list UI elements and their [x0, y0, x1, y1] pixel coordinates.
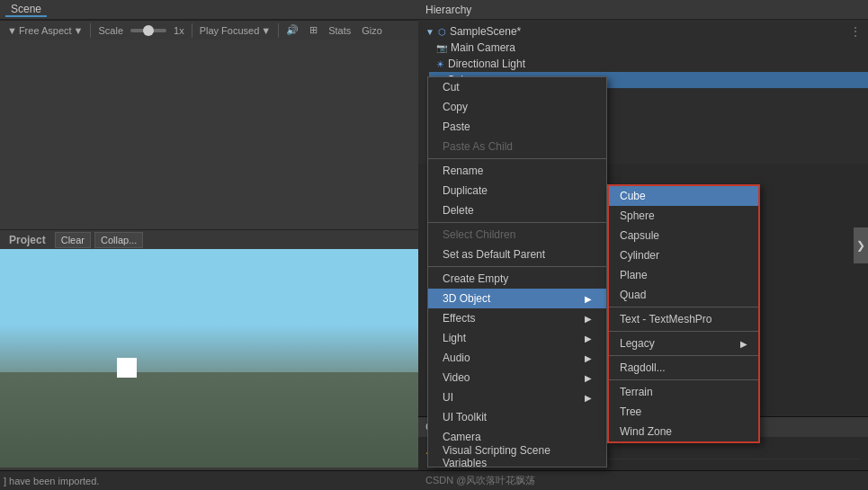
collapse-btn[interactable]: Collap...	[94, 232, 143, 248]
scene-view: Scene	[0, 0, 418, 229]
ctx-sep3	[428, 266, 606, 267]
sub-wind-zone[interactable]: Wind Zone	[609, 422, 758, 441]
dropdown-arrow: ▼	[261, 25, 271, 36]
sub-sep4	[609, 379, 758, 380]
ctx-delete[interactable]: Delete	[428, 200, 606, 220]
game-view[interactable]	[0, 229, 418, 468]
main-camera-label: Main Camera	[451, 41, 515, 54]
ctx-set-default-parent[interactable]: Set as Default Parent	[428, 245, 606, 264]
scale-value: 1x	[170, 24, 188, 37]
submenu-arrow-audio: ▶	[585, 353, 592, 363]
game-object-square	[117, 358, 137, 378]
directional-light-item[interactable]: ☀ Directional Light	[429, 56, 868, 72]
audio-icon[interactable]: 🔊	[282, 23, 302, 37]
scene-tab[interactable]: Scene	[5, 3, 47, 17]
unity-icon: ⬡	[438, 27, 446, 37]
submenu-arrow-3d: ▶	[585, 294, 592, 304]
submenu-arrow-ui: ▶	[585, 393, 592, 403]
ctx-create-empty[interactable]: Create Empty	[428, 269, 606, 289]
hierarchy-header: Hierarchy	[418, 0, 868, 20]
clear-btn[interactable]: Clear	[55, 232, 91, 248]
viewport-panel: Scene	[0, 0, 418, 490]
sub-cube[interactable]: Cube	[609, 186, 758, 206]
ctx-3d-object[interactable]: 3D Object ▶	[428, 289, 606, 308]
ctx-copy[interactable]: Copy	[428, 97, 606, 117]
submenu-arrow-light: ▶	[585, 334, 592, 343]
ctx-ui-toolkit[interactable]: UI Toolkit	[428, 407, 606, 427]
submenu-3d-object: Cube Sphere Capsule Cylinder Plane Quad …	[607, 184, 760, 443]
right-panel: Hierarchy ▼ ⬡ SampleScene* ⋮ 📷 Main Came…	[418, 0, 868, 490]
scene-name: SampleScene*	[450, 25, 521, 38]
options-icon[interactable]: ⋮	[850, 25, 861, 38]
right-status-bar: CSDN @风吹落叶花飘荡	[418, 470, 868, 490]
sub-textmeshpro[interactable]: Text - TextMeshPro	[609, 309, 758, 329]
gizmos-btn[interactable]: Gizo	[358, 24, 386, 37]
game-view-bar: Project Clear Collap...	[0, 229, 418, 249]
ctx-sep2	[428, 222, 606, 223]
ctx-sep1	[428, 158, 606, 159]
context-menu: Cut Copy Paste Paste As Child Rename Dup…	[427, 76, 607, 468]
ctx-ui[interactable]: UI ▶	[428, 388, 606, 407]
scene-root-item[interactable]: ▼ ⬡ SampleScene* ⋮	[418, 23, 868, 40]
sub-legacy[interactable]: Legacy ▶	[609, 334, 758, 353]
ctx-effects[interactable]: Effects ▶	[428, 308, 606, 328]
camera-icon: 📷	[436, 43, 447, 53]
ctx-duplicate[interactable]: Duplicate	[428, 181, 606, 200]
ctx-select-children: Select Children	[428, 225, 606, 245]
light-icon: ☀	[436, 59, 444, 69]
dropdown-arrow-right: ▼	[74, 25, 84, 36]
stats-btn[interactable]: Stats	[325, 24, 354, 37]
sub-sphere[interactable]: Sphere	[609, 206, 758, 226]
status-text: CSDN @风吹落叶花飘荡	[425, 474, 535, 487]
sub-sep3	[609, 355, 758, 356]
status-message: ] have been imported.	[4, 476, 99, 486]
sub-quad[interactable]: Quad	[609, 285, 758, 305]
sub-sep1	[609, 307, 758, 307]
separator2	[192, 23, 192, 38]
sub-ragdoll[interactable]: Ragdoll...	[609, 358, 758, 378]
status-bar: ] have been imported.	[0, 470, 418, 490]
viewport-toolbar: ▼ Free Aspect ▼ Scale 1x Play Focused ▼ …	[0, 20, 418, 40]
free-aspect-dropdown[interactable]: ▼ Free Aspect ▼	[4, 24, 86, 37]
sub-cylinder[interactable]: Cylinder	[609, 245, 758, 265]
submenu-arrow-video: ▶	[585, 373, 592, 383]
ctx-audio[interactable]: Audio ▶	[428, 348, 606, 368]
sub-tree[interactable]: Tree	[609, 402, 758, 422]
dropdown-arrow-left: ▼	[7, 25, 17, 36]
ctx-rename[interactable]: Rename	[428, 161, 606, 181]
separator	[90, 23, 91, 38]
sub-capsule[interactable]: Capsule	[609, 226, 758, 245]
project-tab[interactable]: Project	[4, 234, 51, 246]
hierarchy-title: Hierarchy	[425, 4, 471, 16]
grid-icon[interactable]: ⊞	[306, 23, 321, 37]
ctx-paste-as-child: Paste As Child	[428, 137, 606, 156]
scene-icon: ▼	[425, 27, 434, 37]
sub-sep2	[609, 331, 758, 332]
ctx-visual-scripting[interactable]: Visual Scripting Scene Variables	[428, 447, 606, 467]
chevron-right-icon: ❯	[856, 239, 865, 252]
play-focused-dropdown[interactable]: Play Focused ▼	[196, 24, 275, 37]
scale-slider[interactable]	[130, 29, 166, 32]
sub-plane[interactable]: Plane	[609, 265, 758, 285]
directional-light-label: Directional Light	[448, 58, 525, 70]
ctx-cut[interactable]: Cut	[428, 77, 606, 97]
legacy-arrow: ▶	[740, 339, 747, 349]
separator3	[278, 23, 279, 38]
scale-label: Scale	[94, 24, 127, 37]
expand-arrow[interactable]: ❯	[854, 227, 868, 263]
sub-terrain[interactable]: Terrain	[609, 382, 758, 402]
ctx-paste[interactable]: Paste	[428, 117, 606, 137]
main-layout: Scene	[0, 0, 868, 490]
ctx-video[interactable]: Video ▶	[428, 368, 606, 388]
main-camera-item[interactable]: 📷 Main Camera	[429, 40, 868, 56]
ctx-light[interactable]: Light ▶	[428, 328, 606, 348]
submenu-arrow-effects: ▶	[585, 314, 592, 324]
